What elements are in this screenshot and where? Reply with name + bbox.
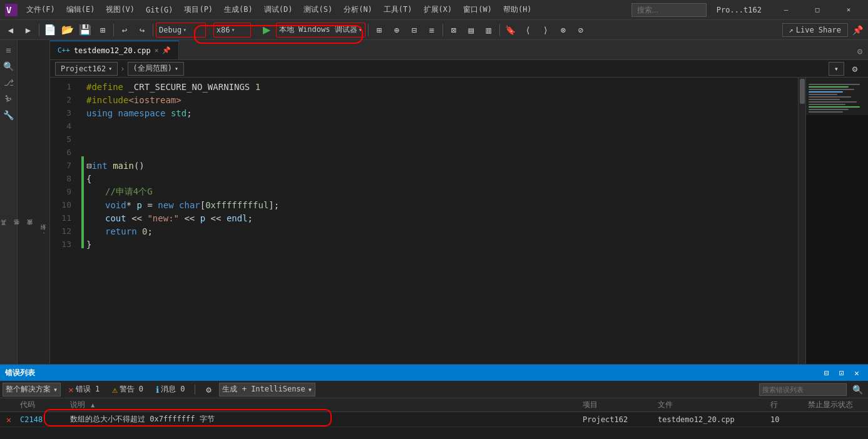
menu-extensions[interactable]: 扩展(X) — [419, 2, 457, 18]
undo-btn[interactable]: ↩ — [116, 22, 133, 38]
code-line-8: { — [84, 172, 798, 185]
error-panel-toolbar: 整个解决方案 ▾ ✕ 错误 1 ⚠ 警告 0 ℹ 消息 0 ⚙ 生成 + Int… — [0, 381, 868, 398]
code-line-10: void* p = new char[0xfffffffful]; — [84, 198, 798, 211]
toolbar-icon-11[interactable]: ⊗ — [555, 22, 571, 38]
code-line-10-void: void — [105, 200, 126, 210]
toolbar-icon-2[interactable]: ⊕ — [389, 22, 405, 38]
tab-settings-btn[interactable]: ⚙ — [852, 43, 868, 59]
menu-git[interactable]: Git(G) — [141, 3, 178, 17]
minimize-button[interactable]: — — [772, 0, 800, 20]
toolbar-icon-6[interactable]: ▤ — [463, 22, 479, 38]
col-header-code[interactable]: 代码 — [18, 400, 68, 410]
toolbar-icon-4[interactable]: ≡ — [424, 22, 440, 38]
menu-debug[interactable]: 调试(D) — [259, 2, 298, 18]
menu-analyze[interactable]: 分析(N) — [339, 2, 377, 18]
code-line-10-p: p — [137, 200, 142, 210]
panel-dock-btn[interactable]: ⊟ — [820, 366, 833, 379]
save-all-btn[interactable]: ⊞ — [94, 22, 111, 38]
toolbar-icon-3[interactable]: ⊟ — [406, 22, 422, 38]
error-row-code: C2148 — [18, 415, 68, 424]
toolbar-icon-1[interactable]: ⊞ — [371, 22, 387, 38]
code-line-10-bracket2: ]; — [268, 200, 279, 210]
code-line-11-endl: endl — [227, 213, 248, 223]
side-panel-solution-text[interactable]: 解... — [38, 222, 48, 237]
activity-debug-icon[interactable]: ⛷ — [1, 91, 16, 106]
toolbar-forward-btn[interactable]: ▶ — [20, 22, 36, 38]
open-btn[interactable]: 📂 — [59, 22, 76, 38]
line-num-13: 13 — [50, 238, 76, 251]
code-line-11-op1: << — [126, 213, 148, 223]
col-header-project[interactable]: 项目 — [580, 400, 655, 410]
close-button[interactable]: ✕ — [834, 0, 863, 20]
liveshare-button[interactable]: ↗ Live Share — [782, 23, 848, 37]
menu-file[interactable]: 文件(F) — [21, 2, 60, 18]
col-header-suppress[interactable]: 禁止显示状态 — [805, 400, 868, 410]
activity-search-icon[interactable]: 🔍 — [1, 59, 16, 74]
error-count-badge[interactable]: ✕ 错误 1 — [63, 383, 105, 396]
right-breadcrumb-dropdown[interactable]: ▾ — [829, 62, 844, 76]
toolbar-icon-5[interactable]: ⊠ — [446, 22, 462, 38]
activity-git-icon[interactable]: ⎇ — [1, 75, 16, 90]
solution-filter-label: 整个解决方案 — [6, 384, 51, 395]
code-line-3-ns: namespace — [118, 108, 171, 118]
breadcrumb-settings-btn[interactable]: ⚙ — [847, 61, 863, 77]
menu-tools[interactable]: 工具(T) — [379, 2, 417, 18]
code-line-1: #define _CRT_SECURE_NO_WARNINGS 1 — [84, 80, 798, 93]
toolbar-icon-9[interactable]: ⟨ — [520, 22, 536, 38]
col-header-file[interactable]: 文件 — [655, 400, 768, 410]
scope-breadcrumb-dropdown[interactable]: (全局范围) ▾ — [128, 62, 184, 76]
code-line-3: using namespace std; — [84, 106, 798, 119]
toolbar-icon-10[interactable]: ⟩ — [538, 22, 554, 38]
warning-count-badge[interactable]: ⚠ 警告 0 — [107, 383, 148, 396]
new-project-btn[interactable]: 📄 — [42, 22, 58, 38]
editor-tab-main[interactable]: C++ testdemo12_20.cpp ✕ 📌 — [50, 41, 179, 59]
side-panel-tool-text[interactable]: 工具 — [0, 227, 9, 232]
toolbar-back-btn[interactable]: ◀ — [3, 22, 19, 38]
menu-project[interactable]: 项目(P) — [179, 2, 218, 18]
toolbar-icon-12[interactable]: ⊘ — [573, 22, 589, 38]
menu-view[interactable]: 视图(V) — [101, 2, 140, 18]
pin-btn[interactable]: 📌 — [849, 22, 865, 38]
debug-config-dropdown[interactable]: Debug ▾ — [156, 23, 206, 38]
project-breadcrumb-dropdown[interactable]: Project162 ▾ — [55, 62, 118, 76]
toolbar-icon-7[interactable]: ▥ — [481, 22, 497, 38]
menu-help[interactable]: 帮助(H) — [498, 2, 537, 18]
activity-tools-icon[interactable]: 🔧 — [1, 108, 16, 123]
build-filter-dropdown[interactable]: 生成 + IntelliSense ▾ — [219, 383, 315, 396]
menu-build[interactable]: 生成(B) — [219, 2, 258, 18]
save-btn[interactable]: 💾 — [77, 22, 93, 38]
platform-dropdown[interactable]: x86 ▾ — [213, 23, 251, 38]
menu-window[interactable]: 窗口(W) — [458, 2, 497, 18]
side-panel-search-text[interactable]: 搜索 — [24, 227, 35, 232]
col-line-label: 行 — [770, 400, 778, 409]
side-panel-bookmark-text[interactable]: 书签 — [11, 227, 22, 232]
title-search-input[interactable] — [631, 3, 707, 17]
line-num-5: 5 — [50, 133, 76, 146]
panel-close-btn[interactable]: ✕ — [850, 366, 863, 379]
menu-test[interactable]: 测试(S) — [299, 2, 337, 18]
tab-filename: testdemo12_20.cpp — [74, 46, 151, 55]
code-line-9: //申请4个G — [84, 185, 798, 198]
redo-btn[interactable]: ↪ — [134, 22, 150, 38]
col-header-desc[interactable]: 说明 ▲ — [68, 400, 580, 410]
menu-edit[interactable]: 编辑(E) — [61, 2, 100, 18]
error-search-input[interactable] — [759, 383, 847, 396]
solution-filter-dropdown[interactable]: 整个解决方案 ▾ — [3, 383, 61, 396]
debug-target-dropdown[interactable]: 本地 Windows 调试器 ▾ — [276, 23, 365, 38]
activity-solution-explorer-icon[interactable]: ≡ — [1, 43, 16, 58]
message-count-badge[interactable]: ℹ 消息 0 — [151, 383, 190, 396]
platform-arrow-icon: ▾ — [232, 26, 235, 33]
error-filter-icon-btn[interactable]: ⚙ — [200, 381, 217, 398]
maximize-button[interactable]: □ — [803, 0, 832, 20]
code-line-12: return 0; — [84, 225, 798, 238]
col-header-line[interactable]: 行 — [768, 400, 805, 410]
panel-float-btn[interactable]: ⊡ — [835, 366, 848, 379]
run-debug-button[interactable]: ▶ — [258, 22, 275, 38]
window-title: Pro...t162 — [717, 6, 762, 14]
code-line-3-semi: ; — [186, 108, 191, 118]
toolbar-icon-8[interactable]: 🔖 — [503, 22, 519, 38]
code-line-2: #include<iostream> — [84, 93, 798, 106]
table-row[interactable]: ✕ C2148 数组的总大小不得超过 0x7fffffff 字节 Project… — [0, 412, 868, 427]
error-search-btn[interactable]: 🔍 — [849, 381, 865, 398]
tab-close-button[interactable]: ✕ — [155, 46, 159, 54]
